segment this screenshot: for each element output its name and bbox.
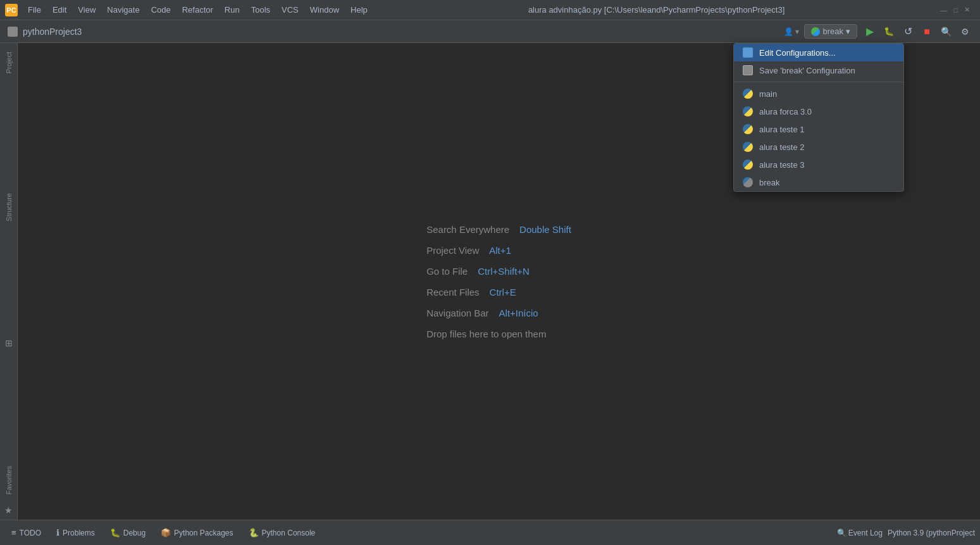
python-version-label: Python 3.9 (pythonProject [888,529,975,537]
project-bar-right: 👤 ▾ break ▾ ▶ 🐛 ↺ ■ 🔍 ⚙ [784,24,972,39]
hint-goto-file-shortcut: Ctrl+Shift+N [478,261,530,282]
welcome-content: Search Everywhere Double Shift Project V… [426,219,571,344]
project-name-label: pythonProject3 [23,27,82,37]
bottom-right: 🔍 Event Log Python 3.9 (pythonProject [837,529,975,537]
menu-edit[interactable]: Edit [47,3,71,16]
toolbar-icons: ▶ 🐛 ↺ ■ 🔍 ⚙ [862,24,972,39]
hint-nav-bar-label: Navigation Bar [426,303,488,323]
play-button[interactable]: ▶ [862,24,878,39]
menu-file[interactable]: File [23,3,46,16]
run-config-label: break [822,27,843,36]
sidebar-tab-structure[interactable]: Structure [3,187,15,228]
hint-search-label: Search Everywhere [426,219,509,240]
dropdown-main[interactable]: main [734,85,903,103]
dropdown-arrow: ▾ [846,27,850,36]
settings-button[interactable]: ⚙ [957,24,972,39]
project-folder-icon [8,27,18,37]
title-center: alura advinhação.py [C:\Users\leand\Pych… [373,5,941,15]
sidebar-star-icon[interactable]: ★ [2,503,16,517]
menu-view[interactable]: View [73,3,101,16]
dropdown-alura-teste-1-label: alura teste 1 [759,125,805,134]
hint-project-view-label: Project View [426,240,479,261]
debug-icon: 🐛 [110,528,120,537]
menu-bar: FileEditViewNavigateCodeRefactorRunTools… [23,3,373,16]
hint-search: Search Everywhere Double Shift [426,219,571,240]
tab-problems-label: Problems [63,529,95,537]
alura-teste2-python-icon [743,142,753,152]
tab-debug-label: Debug [123,529,146,537]
dropdown-save-config[interactable]: Save 'break' Configuration [734,61,903,79]
left-sidebar: Project Structure ⊞ Favorites ★ [0,43,18,520]
menu-code[interactable]: Code [146,3,176,16]
hint-project-view-shortcut: Alt+1 [489,240,511,261]
menu-run[interactable]: Run [220,3,245,16]
project-bar: pythonProject3 👤 ▾ break ▾ ▶ 🐛 ↺ ■ 🔍 ⚙ [0,20,980,43]
dropdown-save-config-label: Save 'break' Configuration [759,66,855,75]
tab-todo-label: TODO [20,529,41,537]
hint-nav-bar-shortcut: Alt+Início [499,303,538,323]
app-logo: PC [5,4,18,16]
dropdown-alura-teste-3[interactable]: alura teste 3 [734,156,903,173]
menu-vcs[interactable]: VCS [276,3,304,16]
dropdown-break[interactable]: break [734,173,903,191]
dropdown-separator [734,82,903,82]
hint-nav-bar: Navigation Bar Alt+Início [426,303,571,323]
dropdown-alura-teste-2[interactable]: alura teste 2 [734,138,903,156]
tab-python-packages[interactable]: 📦 Python Packages [154,525,239,540]
hint-project-view: Project View Alt+1 [426,240,571,261]
hint-recent-files-shortcut: Ctrl+E [490,282,516,303]
search-button[interactable]: 🔍 [938,24,953,39]
tab-debug[interactable]: 🐛 Debug [104,525,152,540]
dropdown-alura-teste-2-label: alura teste 2 [759,142,805,152]
hint-search-shortcut: Double Shift [519,219,571,240]
tab-python-console[interactable]: 🐍 Python Console [242,525,322,540]
todo-icon: ≡ [11,528,16,537]
hint-recent-files-label: Recent Files [426,282,479,303]
stop-button[interactable]: ■ [919,24,934,39]
save-config-icon [743,65,753,75]
dropdown-alura-teste-3-label: alura teste 3 [759,160,805,170]
dropdown-alura-forca[interactable]: alura forca 3.0 [734,103,903,120]
tab-python-console-label: Python Console [262,529,316,537]
dropdown-alura-teste-1[interactable]: alura teste 1 [734,120,903,138]
dropdown-break-label: break [759,178,780,187]
event-log-label[interactable]: 🔍 Event Log [837,529,883,537]
sidebar-tab-favorites[interactable]: Favorites [3,460,15,501]
sidebar-grid-icon[interactable]: ⊞ [2,336,16,350]
tab-python-packages-label: Python Packages [174,529,233,537]
menu-navigate[interactable]: Navigate [102,3,144,16]
tab-problems[interactable]: ℹ Problems [50,525,101,540]
project-name: pythonProject3 [8,27,82,37]
problems-icon: ℹ [56,528,59,537]
title-bar: PC FileEditViewNavigateCodeRefactorRunTo… [0,0,980,20]
alura-teste1-python-icon [743,124,753,134]
hint-recent-files: Recent Files Ctrl+E [426,282,571,303]
python-packages-icon: 📦 [161,528,171,537]
menu-window[interactable]: Window [305,3,344,16]
alura-teste3-python-icon [743,160,753,170]
hint-drop-files: Drop files here to open them [426,323,571,344]
hint-drop-files-label: Drop files here to open them [426,323,546,344]
dropdown-edit-configurations-label: Edit Configurations... [759,48,836,58]
menu-refactor[interactable]: Refactor [177,3,218,16]
reload-button[interactable]: ↺ [900,24,915,39]
config-icon [811,27,820,36]
menu-tools[interactable]: Tools [246,3,275,16]
alura-forca-python-icon [743,106,753,116]
dropdown-alura-forca-label: alura forca 3.0 [759,107,812,116]
python-console-icon: 🐍 [249,528,259,537]
break-python-icon [743,177,753,187]
sidebar-tab-project[interactable]: Project [3,46,15,80]
debug-button[interactable]: 🐛 [881,24,896,39]
dropdown-main-label: main [759,89,777,99]
run-config-button[interactable]: break ▾ [804,24,857,39]
edit-config-icon [743,47,753,58]
menu-help[interactable]: Help [345,3,373,16]
tab-todo[interactable]: ≡ TODO [5,525,47,540]
bottom-bar: ≡ TODO ℹ Problems 🐛 Debug 📦 Python Packa… [0,520,980,545]
run-config-dropdown-menu: Edit Configurations... Save 'break' Conf… [733,43,904,192]
user-icon[interactable]: 👤 ▾ [784,27,799,36]
dropdown-edit-configurations[interactable]: Edit Configurations... [734,44,903,61]
main-python-icon [743,89,753,99]
hint-goto-file: Go to File Ctrl+Shift+N [426,261,571,282]
